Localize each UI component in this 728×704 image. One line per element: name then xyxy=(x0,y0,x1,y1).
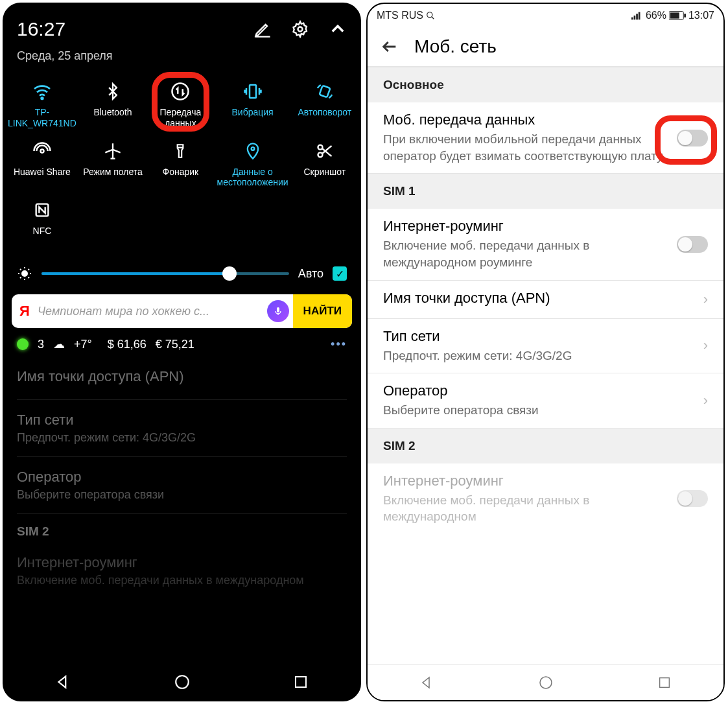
chevron-right-icon: › xyxy=(703,337,708,354)
voice-mic-icon[interactable] xyxy=(267,300,289,322)
brightness-slider[interactable]: Авто ✓ xyxy=(4,257,360,290)
vibrate-icon xyxy=(241,80,264,103)
svg-rect-11 xyxy=(277,307,279,312)
svg-rect-23 xyxy=(660,677,670,687)
brightness-thumb[interactable] xyxy=(222,266,237,281)
tile-mobile-data[interactable]: Передача данных xyxy=(148,76,213,133)
chevron-up-icon[interactable] xyxy=(329,20,347,38)
apn-row[interactable]: Имя точки доступа (APN) xyxy=(17,357,347,400)
more-icon[interactable]: ••• xyxy=(331,338,347,351)
tile-screenshot[interactable]: Скриншот xyxy=(292,135,357,193)
chevron-right-icon: › xyxy=(703,291,708,308)
tile-wifi[interactable]: TP-LINK_WR741ND xyxy=(6,76,78,133)
chevron-right-icon: › xyxy=(703,392,708,409)
find-button[interactable]: НАЙТИ xyxy=(293,294,352,328)
highlight-annotation xyxy=(655,115,717,165)
tile-autorotate[interactable]: Автоповорот xyxy=(292,76,357,133)
roaming2-row: Интернет-роуминг Включение моб. передачи… xyxy=(368,463,723,534)
clock: 13:07 xyxy=(688,10,714,21)
svg-point-1 xyxy=(41,97,43,99)
svg-rect-4 xyxy=(319,86,330,97)
svg-rect-16 xyxy=(634,16,636,19)
section-main: Основное xyxy=(368,67,723,102)
operator-row[interactable]: Оператор Выберите оператора связи › xyxy=(368,373,723,428)
back-arrow-icon[interactable] xyxy=(381,38,399,56)
tile-nfc[interactable]: NFC xyxy=(6,194,78,250)
svg-point-22 xyxy=(540,677,552,688)
tile-vibrate[interactable]: Вибрация xyxy=(216,76,290,133)
svg-rect-3 xyxy=(250,85,256,98)
notification-count: 3 xyxy=(38,338,44,351)
nav-back-icon[interactable] xyxy=(419,675,435,690)
bluetooth-icon xyxy=(101,80,124,103)
rotate-icon xyxy=(313,80,336,103)
date-label: Среда, 25 апреля xyxy=(4,49,360,69)
roaming-row[interactable]: Интернет-роуминг Включение моб. передачи… xyxy=(368,209,723,280)
signal-icon xyxy=(631,11,643,20)
operator-row[interactable]: Оператор Выберите оператора связи xyxy=(17,457,347,514)
section-sim2: SIM 2 xyxy=(368,428,723,463)
page-title: Моб. сеть xyxy=(414,36,497,57)
nav-bar xyxy=(368,664,723,700)
auto-brightness-checkbox[interactable]: ✓ xyxy=(333,266,347,281)
nfc-icon xyxy=(30,198,54,222)
svg-rect-15 xyxy=(631,18,633,20)
svg-rect-13 xyxy=(296,677,306,687)
tile-airplane[interactable]: Режим полета xyxy=(80,135,145,193)
svg-rect-17 xyxy=(636,14,638,19)
network-type-row[interactable]: Тип сети Предпочт. режим сети: 4G/3G/2G … xyxy=(368,319,723,374)
clock: 16:27 xyxy=(17,18,65,40)
roaming-toggle[interactable] xyxy=(677,236,708,253)
tile-huawei-share[interactable]: Huawei Share xyxy=(6,135,78,193)
yandex-logo-icon: Я xyxy=(12,303,38,320)
highlight-annotation xyxy=(152,72,209,132)
svg-point-7 xyxy=(318,145,322,149)
yandex-search-bar[interactable]: Я Чемпионат мира по хоккею с... НАЙТИ xyxy=(12,294,352,328)
apn-row[interactable]: Имя точки доступа (APN) › xyxy=(368,281,723,319)
search-icon xyxy=(426,11,435,20)
nav-home-icon[interactable] xyxy=(174,674,191,690)
nav-home-icon[interactable] xyxy=(538,675,554,690)
cloud-icon: ☁ xyxy=(53,337,65,351)
svg-point-14 xyxy=(427,12,432,18)
usd-rate: $ 61,66 xyxy=(108,338,147,351)
svg-rect-18 xyxy=(639,12,640,20)
search-input[interactable]: Чемпионат мира по хоккею с... xyxy=(38,305,263,318)
wifi-icon xyxy=(30,80,54,103)
status-bar: 16:27 xyxy=(4,4,360,49)
svg-rect-20 xyxy=(670,12,679,18)
sun-icon xyxy=(17,266,32,281)
svg-point-5 xyxy=(40,149,43,152)
tile-bluetooth[interactable]: Bluetooth xyxy=(80,76,145,133)
eur-rate: € 75,21 xyxy=(156,338,194,351)
roaming-row[interactable]: Интернет-роуминг Включение моб. передачи… xyxy=(17,543,347,599)
tile-location[interactable]: Данные о местоположении xyxy=(216,135,290,193)
svg-point-0 xyxy=(298,27,303,32)
edit-icon[interactable] xyxy=(253,20,272,38)
svg-point-12 xyxy=(176,675,189,688)
svg-rect-21 xyxy=(684,14,686,18)
info-widget-bar[interactable]: 3 ☁ +7° $ 61,66 € 75,21 ••• xyxy=(4,332,360,357)
tile-flashlight[interactable]: Фонарик xyxy=(148,135,213,193)
sim2-header: SIM 2 xyxy=(17,514,347,543)
section-sim1: SIM 1 xyxy=(368,174,723,209)
battery-pct: 66% xyxy=(646,10,666,21)
nav-recent-icon[interactable] xyxy=(293,674,309,690)
nav-recent-icon[interactable] xyxy=(657,675,672,690)
plane-icon xyxy=(101,139,124,163)
scissors-icon xyxy=(313,139,336,163)
svg-point-10 xyxy=(21,270,28,277)
battery-icon xyxy=(669,11,686,20)
network-type-row[interactable]: Тип сети Предпочт. режим сети: 4G/3G/2G xyxy=(17,400,347,457)
svg-point-8 xyxy=(318,152,322,157)
dimmed-background-settings: Имя точки доступа (APN) Тип сети Предпоч… xyxy=(4,357,360,599)
nav-bar xyxy=(4,664,360,700)
flashlight-icon xyxy=(169,139,192,163)
mobile-data-row[interactable]: Моб. передача данных При включении мобил… xyxy=(368,102,723,174)
page-header: Моб. сеть xyxy=(368,27,723,67)
brightness-track[interactable] xyxy=(41,272,289,275)
carrier-label: MTS RUS xyxy=(377,10,423,21)
nav-back-icon[interactable] xyxy=(55,674,72,690)
weather-temp: +7° xyxy=(74,338,92,351)
gear-icon[interactable] xyxy=(291,20,309,38)
